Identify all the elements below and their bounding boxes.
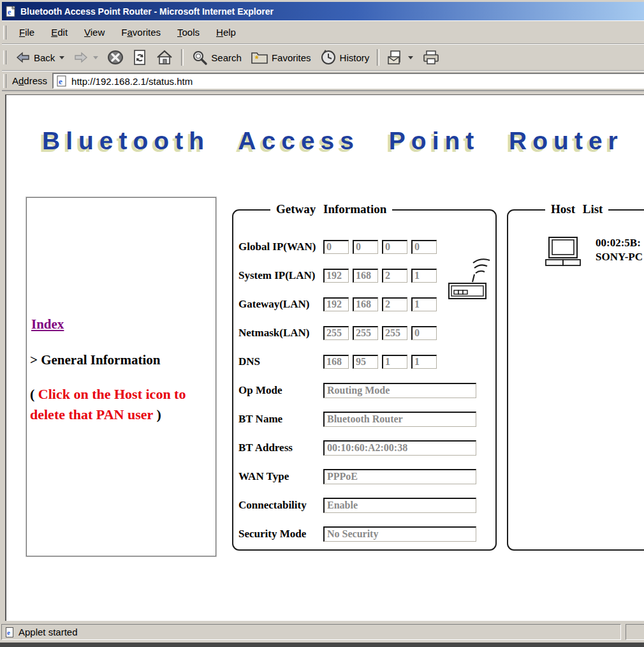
toolbar-separator-2	[377, 49, 379, 66]
address-bar-grip[interactable]	[3, 74, 6, 88]
print-button[interactable]	[418, 48, 444, 67]
security-mode-field	[323, 526, 476, 542]
refresh-button[interactable]	[128, 47, 151, 68]
menu-favorites[interactable]: Favorites	[113, 24, 169, 40]
toolbar-grip[interactable]	[3, 50, 6, 64]
gateway-panel-legend: Getway Information	[270, 202, 392, 216]
menu-edit[interactable]: Edit	[43, 24, 76, 40]
search-icon	[191, 49, 208, 66]
status-side-panel	[626, 624, 644, 640]
address-input[interactable]: e http://192.168.2.1/status.htm	[52, 73, 644, 89]
system-ip-octet-3	[382, 269, 407, 283]
page-title: Bluetooth Access Point Router	[42, 127, 624, 155]
back-button[interactable]: Back	[11, 49, 69, 66]
stop-button[interactable]	[103, 47, 128, 68]
svg-text:*: *	[255, 54, 259, 64]
svg-text:e: e	[8, 8, 11, 17]
menu-help[interactable]: Help	[208, 24, 244, 40]
system-ip-octet-1	[323, 269, 349, 283]
connectability-field	[323, 498, 476, 513]
row-op-mode: Op Mode	[238, 376, 495, 405]
forward-dropdown-icon	[93, 56, 98, 59]
gateway-octet-2	[353, 297, 378, 311]
dns-octet-2	[353, 355, 378, 369]
dns-octet-4	[411, 355, 437, 369]
gateway-information-panel: Getway Information Global IP(WAN) System…	[232, 209, 497, 551]
search-button[interactable]: Search	[187, 47, 246, 68]
mail-icon	[387, 50, 404, 65]
svg-text:e: e	[7, 628, 10, 636]
netmask-octet-1	[323, 326, 349, 340]
mail-dropdown-icon	[408, 56, 413, 59]
refresh-icon	[133, 49, 147, 66]
bt-name-field	[323, 412, 476, 427]
stop-icon	[107, 49, 124, 66]
status-text: Applet started	[18, 627, 78, 637]
home-icon	[156, 49, 173, 66]
history-button[interactable]: History	[316, 47, 374, 68]
index-link[interactable]: Index	[31, 316, 64, 332]
toolbar-separator	[181, 49, 184, 66]
mail-button[interactable]	[383, 48, 418, 67]
applet-status-icon: e	[5, 627, 15, 637]
system-ip-octet-2	[353, 269, 378, 283]
bt-address-field	[323, 440, 476, 456]
global-ip-octet-4	[411, 240, 437, 254]
gateway-octet-1	[323, 297, 349, 311]
host-info: 00:02:5B: SONY-PC	[596, 236, 643, 264]
search-label: Search	[211, 52, 242, 63]
row-wan-type: WAN Type	[238, 462, 495, 491]
global-ip-octet-2	[353, 240, 378, 254]
nav-general-information[interactable]: > General Information	[30, 352, 160, 368]
row-bt-address: BT Address	[238, 433, 495, 462]
row-security-mode: Security Mode	[238, 519, 495, 548]
netmask-octet-2	[353, 326, 378, 340]
netmask-octet-3	[382, 326, 407, 340]
back-label: Back	[34, 52, 55, 63]
ie-document-icon: e	[5, 6, 17, 17]
global-ip-octet-3	[382, 240, 407, 254]
menu-bar-grip[interactable]	[3, 26, 6, 40]
menu-bar: File Edit View Favorites Tools Help	[2, 20, 644, 44]
menu-file[interactable]: File	[11, 24, 43, 40]
gateway-octet-3	[382, 297, 407, 311]
host-name: SONY-PC	[596, 250, 643, 264]
row-connectability: Connectability	[238, 491, 495, 519]
window-title: Bluetooth Access Point Router - Microsof…	[20, 6, 274, 17]
dns-octet-3	[382, 355, 407, 369]
netmask-octet-4	[411, 326, 437, 340]
favorites-button[interactable]: * Favorites	[246, 48, 316, 67]
dns-octet-1	[323, 355, 349, 369]
print-icon	[422, 50, 440, 65]
system-ip-octet-4	[411, 269, 437, 283]
address-url: http://192.168.2.1/status.htm	[71, 76, 193, 87]
home-button[interactable]	[151, 47, 178, 68]
forward-button[interactable]	[69, 49, 103, 66]
host-computer-icon[interactable]	[545, 236, 582, 267]
status-message-panel: e Applet started	[1, 624, 621, 640]
host-entry: 00:02:5B: SONY-PC	[545, 236, 643, 267]
toolbar: Back	[2, 44, 644, 71]
menu-tools[interactable]: Tools	[169, 24, 208, 40]
address-bar: Address e http://192.168.2.1/status.htm	[2, 71, 644, 91]
gateway-octet-4	[411, 297, 437, 311]
row-netmask-lan: Netmask(LAN)	[238, 318, 495, 347]
history-label: History	[340, 52, 370, 63]
host-panel-legend: Host List	[545, 202, 608, 216]
back-arrow-icon	[15, 51, 31, 64]
favorites-label: Favorites	[272, 52, 311, 63]
window-bottom-edge	[0, 643, 644, 647]
forward-arrow-icon	[73, 51, 89, 64]
menu-view[interactable]: View	[76, 24, 113, 40]
ie-page-icon: e	[56, 75, 68, 87]
status-bar: e Applet started	[0, 621, 644, 643]
global-ip-octet-1	[323, 240, 349, 254]
page-content: Bluetooth Access Point Router Index > Ge…	[5, 94, 644, 621]
back-dropdown-icon	[59, 56, 64, 59]
favorites-icon: *	[251, 50, 268, 65]
host-list-panel: Host List 00:02:5B: SONY-PC	[507, 209, 644, 551]
browser-window: e Bluetooth Access Point Router - Micros…	[0, 0, 644, 647]
history-icon	[320, 49, 337, 66]
title-bar[interactable]: e Bluetooth Access Point Router - Micros…	[2, 2, 644, 20]
host-bd-address: 00:02:5B:	[596, 236, 643, 250]
